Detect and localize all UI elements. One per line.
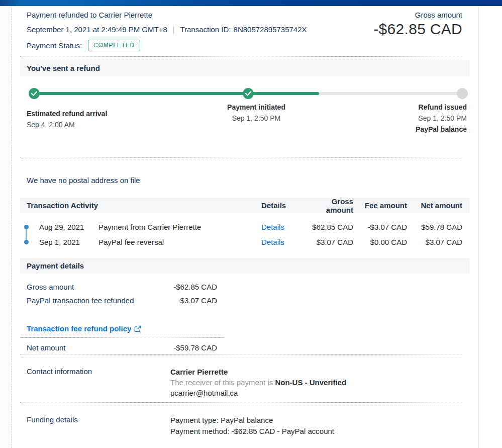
row-fee: -$3.07 CAD: [353, 223, 407, 231]
left-rail: [0, 6, 12, 448]
row-fee: $0.00 CAD: [353, 238, 407, 246]
col-header-gross: Gross amount: [306, 197, 353, 214]
timeline-step-estimated: Estimated refund arrival Sep 4, 2:00 AM: [27, 110, 107, 129]
divider: [20, 402, 462, 403]
step-time: Sep 4, 2:00 AM: [27, 121, 107, 129]
contact-name: Carrier Pierrette: [170, 367, 346, 377]
step-note: PayPal balance: [416, 125, 467, 133]
payment-details-header: Payment details: [20, 258, 470, 274]
activity-table-header: Transaction Activity Details Gross amoun…: [20, 198, 470, 213]
timeline-check-middle-icon: [243, 88, 254, 99]
funding-details-label: Funding details: [20, 415, 170, 436]
net-amount-row: Net amount -$59.78 CAD: [20, 342, 217, 353]
activity-title: Transaction Activity: [27, 201, 261, 210]
contact-information-value: Carrier Pierrette The receiver of this p…: [170, 367, 346, 398]
col-header-net: Net amount: [407, 201, 462, 210]
row-value: -$62.85 CAD: [164, 282, 217, 292]
divider: [20, 157, 462, 157]
payment-status-label: Payment Status:: [27, 41, 82, 50]
row-event: PayPal fee reversal: [98, 238, 261, 246]
payment-details-fee-row: PayPal transaction fee refunded -$3.07 C…: [20, 295, 217, 306]
receiver-status-line: The receiver of this payment is Non-US -…: [170, 378, 346, 388]
payment-method-line: Payment method: -$62.85 CAD - PayPal acc…: [170, 426, 334, 436]
date-transaction-row: September 1, 2021 at 2:49:49 PM GMT+8 | …: [27, 25, 307, 34]
step-label: Payment initiated: [227, 103, 285, 111]
status-badge: COMPLETED: [88, 40, 140, 51]
gross-amount-value: -$62.85 CAD: [373, 21, 462, 38]
row-date: Sep 1, 2021: [39, 238, 98, 246]
details-link[interactable]: Details: [261, 223, 284, 231]
timeline-step-issued: Refund issued Sep 1, 2:50 PM PayPal bala…: [416, 103, 467, 133]
row-value: -$3.07 CAD: [141, 295, 217, 306]
row-gross: $3.07 CAD: [306, 238, 353, 246]
funding-details-section: Funding details Payment type: PayPal bal…: [20, 415, 334, 436]
funding-details-value: Payment type: PayPal balance Payment met…: [170, 415, 334, 436]
timeline-pending-end-icon: [457, 88, 468, 99]
step-time: Sep 1, 2:50 PM: [416, 114, 467, 122]
row-gross: $62.85 CAD: [306, 223, 353, 231]
timeline-check-start-icon: [29, 88, 40, 99]
row-net: $59.78 CAD: [407, 223, 462, 231]
row-label: Gross amount: [20, 282, 164, 292]
row-label: PayPal transaction fee refunded: [20, 295, 141, 306]
payment-type-line: Payment type: PayPal balance: [170, 415, 334, 425]
contact-email: pcarrier@hotmail.ca: [170, 388, 346, 398]
step-time: Sep 1, 2:50 PM: [227, 114, 285, 122]
transaction-date: September 1, 2021 at 2:49:49 PM GMT+8: [27, 25, 167, 34]
page-title: Payment refunded to Carrier Pierrette: [27, 11, 152, 19]
step-label: Refund issued: [416, 103, 467, 111]
step-label: Estimated refund arrival: [27, 110, 107, 118]
separator: |: [173, 26, 175, 34]
receiver-status-value: Non-US - Unverified: [275, 378, 346, 387]
row-value: -$59.78 CAD: [164, 342, 217, 353]
payment-details-gross-row: Gross amount -$62.85 CAD: [20, 282, 217, 292]
row-net: $3.07 CAD: [407, 238, 462, 246]
row-event: Payment from Carrier Pierrette: [98, 223, 261, 231]
divider: [20, 337, 224, 338]
contact-information-label: Contact information: [20, 367, 170, 398]
contact-information-section: Contact information Carrier Pierrette Th…: [20, 367, 346, 398]
top-gradient-bar: [0, 0, 502, 6]
activity-dot-icon: [24, 225, 29, 229]
postal-address-note: We have no postal address on file: [27, 175, 140, 186]
table-row: Sep 1, 2021 PayPal fee reversal Details …: [20, 234, 470, 249]
receiver-status-prefix: The receiver of this payment is: [170, 378, 275, 387]
external-link-icon: [134, 325, 141, 334]
col-header-details: Details: [261, 201, 306, 210]
activity-table-body: Aug 29, 2021 Payment from Carrier Pierre…: [20, 219, 470, 249]
main-content: Payment refunded to Carrier Pierrette Se…: [20, 6, 470, 448]
divider: [20, 56, 462, 57]
activity-dot-icon: [24, 240, 29, 244]
timeline-track-progress: [34, 92, 319, 95]
fee-refund-policy-link-row: Transaction fee refund policy: [27, 324, 141, 334]
right-divider: [478, 6, 479, 448]
fee-refund-policy-link[interactable]: Transaction fee refund policy: [27, 324, 131, 333]
table-row: Aug 29, 2021 Payment from Carrier Pierre…: [20, 219, 470, 234]
col-header-fee: Fee amount: [353, 201, 407, 210]
divider: [20, 354, 462, 355]
timeline-step-initiated: Payment initiated Sep 1, 2:50 PM: [227, 103, 285, 122]
gross-amount-label: Gross amount: [415, 11, 462, 19]
transaction-id-label: Transaction ID:: [180, 25, 231, 34]
row-label: Net amount: [20, 342, 164, 353]
transaction-id-value: 8N80572895735742X: [234, 25, 307, 34]
transaction-details-page: Payment refunded to Carrier Pierrette Se…: [0, 0, 502, 448]
refund-section-header: You've sent a refund: [20, 60, 470, 76]
payment-status-row: Payment Status: COMPLETED: [27, 40, 140, 51]
details-link[interactable]: Details: [261, 238, 284, 246]
row-date: Aug 29, 2021: [39, 223, 98, 231]
